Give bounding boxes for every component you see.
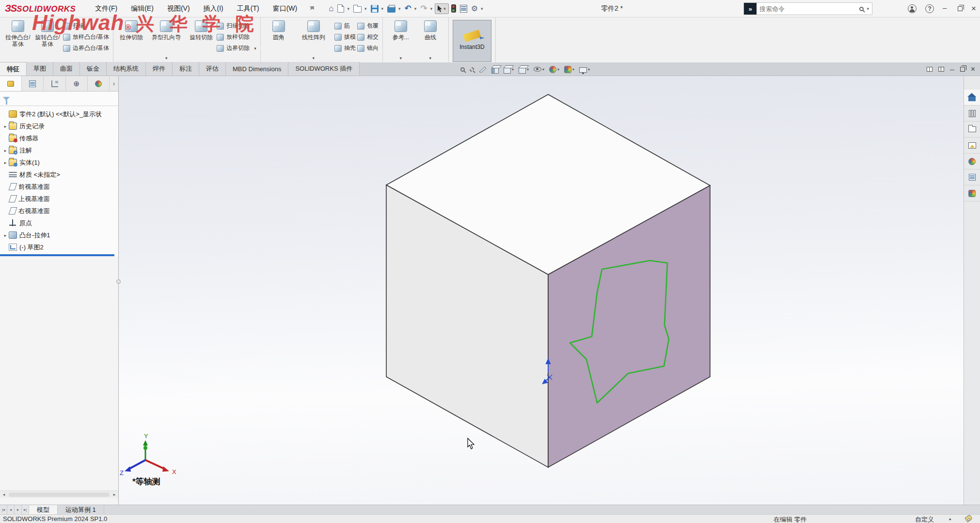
- new-caret-icon[interactable]: ▾: [347, 6, 349, 11]
- curves-caret-icon[interactable]: ▾: [429, 56, 432, 61]
- menu-window[interactable]: 窗口(W): [267, 2, 303, 15]
- tree-item-top-plane[interactable]: 上视基准面: [0, 193, 118, 205]
- featuremanager-tree-tab[interactable]: [0, 76, 22, 91]
- tab-solidworks-addins[interactable]: SOLIDWORKS 插件: [288, 62, 360, 76]
- view-orientation-icon[interactable]: ▾: [519, 65, 529, 74]
- tree-item-front-plane[interactable]: 前视基准面: [0, 181, 118, 193]
- design-library-icon[interactable]: [964, 106, 980, 122]
- rebuild-button[interactable]: [450, 3, 458, 14]
- swept-cut-button[interactable]: 扫描切除: [217, 22, 256, 30]
- tree-item-sensors[interactable]: 传感器: [0, 132, 118, 144]
- expand-arrow-icon[interactable]: ▸: [2, 233, 9, 238]
- tab-sketch[interactable]: 草图: [27, 62, 53, 76]
- swept-boss-button[interactable]: 扫描: [63, 22, 109, 30]
- scroll-right-icon[interactable]: ▸: [111, 492, 118, 497]
- panel-horizontal-scrollbar[interactable]: ◂ ▸: [0, 491, 118, 498]
- model-tab[interactable]: 模型: [29, 505, 58, 514]
- draft-button[interactable]: 拔模: [334, 33, 356, 41]
- tab-evaluate[interactable]: 评估: [199, 62, 226, 76]
- hole-wizard-caret-icon[interactable]: ▾: [165, 56, 168, 61]
- menu-view[interactable]: 视图(V): [161, 2, 196, 15]
- pane-split-icon[interactable]: [927, 67, 933, 72]
- configuration-manager-tab[interactable]: [44, 76, 65, 91]
- property-manager-tab[interactable]: [22, 76, 44, 91]
- tree-item-history[interactable]: ▸ 历史记录: [0, 120, 118, 132]
- dimxpert-manager-tab[interactable]: ⊕: [66, 76, 88, 91]
- sw-forum-icon[interactable]: [964, 185, 980, 201]
- lofted-cut-button[interactable]: 放样切除: [217, 33, 256, 41]
- lofted-boss-button[interactable]: 放样凸台/基体: [63, 33, 109, 41]
- boundary-boss-button[interactable]: 边界凸台/基体: [63, 44, 109, 52]
- undo-button[interactable]: ↶: [403, 2, 413, 15]
- display-style-icon[interactable]: ▾: [534, 67, 544, 72]
- reference-geometry-button[interactable]: 参考... ▾: [387, 19, 415, 41]
- boundary-cut-caret-icon[interactable]: ▾: [254, 46, 256, 51]
- tab-annotations[interactable]: 标注: [173, 62, 199, 76]
- tree-item-solid-bodies[interactable]: ▸ 实体(1): [0, 156, 118, 169]
- tree-item-material[interactable]: 材质 <未指定>: [0, 169, 118, 181]
- print-button[interactable]: [386, 3, 397, 14]
- rib-button[interactable]: 筋: [334, 22, 356, 30]
- instant3d-button[interactable]: Instant3D: [453, 20, 491, 62]
- scrollbar-track[interactable]: [9, 492, 110, 497]
- expand-arrow-icon[interactable]: ▸: [2, 160, 9, 165]
- save-caret-icon[interactable]: ▾: [381, 6, 384, 11]
- scroll-left-icon[interactable]: ◂: [0, 492, 8, 497]
- minimize-button[interactable]: –: [943, 6, 949, 12]
- apply-scene-icon[interactable]: ▾: [564, 66, 574, 73]
- menu-edit[interactable]: 编辑(E): [125, 2, 159, 15]
- select-caret-icon[interactable]: ▾: [443, 6, 446, 11]
- mirror-button[interactable]: 镜向: [357, 44, 379, 52]
- linear-pattern-caret-icon[interactable]: ▾: [313, 56, 315, 61]
- nav-next-icon[interactable]: ▸: [15, 505, 22, 514]
- nav-last-icon[interactable]: ▸|: [22, 505, 29, 514]
- select-tool-button[interactable]: ▾: [435, 3, 449, 14]
- hole-wizard-button[interactable]: 异型孔向导 ▾: [147, 19, 186, 41]
- save-button[interactable]: [369, 3, 380, 14]
- menu-file[interactable]: 文件(F): [89, 2, 123, 15]
- menu-tools[interactable]: 工具(T): [231, 2, 265, 15]
- command-search[interactable]: » ▾: [743, 2, 872, 15]
- view-settings-icon[interactable]: ▾: [579, 66, 590, 73]
- tree-filter[interactable]: [0, 92, 118, 106]
- tab-structure-system[interactable]: 结构系统: [107, 62, 146, 76]
- search-input[interactable]: [757, 5, 859, 13]
- view-selector-icon[interactable]: ▾: [504, 65, 514, 74]
- graphics-viewport[interactable]: Y X Z *等轴测: [119, 76, 964, 505]
- zoom-area-icon[interactable]: [470, 67, 474, 72]
- revolved-boss-button[interactable]: 旋转凸台/基体: [33, 19, 62, 48]
- print-caret-icon[interactable]: ▾: [398, 6, 401, 11]
- panel-expand-icon[interactable]: ›: [110, 76, 118, 91]
- tab-features[interactable]: 特征: [0, 62, 27, 76]
- section-view-icon[interactable]: [491, 65, 499, 74]
- motion-study-tab[interactable]: 运动算例 1: [58, 505, 104, 514]
- options-button[interactable]: ⚙: [470, 2, 479, 15]
- doc-close-icon[interactable]: ×: [971, 65, 975, 74]
- display-manager-tab[interactable]: [88, 76, 110, 91]
- tab-mbd-dimensions[interactable]: MBD Dimensions: [226, 62, 288, 76]
- extruded-cut-button[interactable]: 拉伸切除: [117, 19, 145, 41]
- doc-minimize-icon[interactable]: –: [950, 67, 954, 71]
- boundary-cut-button[interactable]: 边界切除▾: [217, 44, 256, 52]
- new-document-button[interactable]: [336, 3, 346, 14]
- pane-single-icon[interactable]: [938, 67, 944, 72]
- expand-arrow-icon[interactable]: ▸: [2, 124, 9, 129]
- tree-item-origin[interactable]: 原点: [0, 217, 118, 229]
- menu-insert[interactable]: 插入(I): [198, 2, 229, 15]
- doc-restore-icon[interactable]: [960, 67, 965, 72]
- linear-pattern-button[interactable]: 线性阵列 ▾: [294, 19, 333, 41]
- fillet-button[interactable]: 圆角: [265, 19, 293, 41]
- edit-appearance-icon[interactable]: ▾: [549, 66, 559, 73]
- appearances-scenes-icon[interactable]: [964, 154, 980, 169]
- extruded-boss-button[interactable]: 拉伸凸台/基体: [4, 19, 32, 48]
- intersect-button[interactable]: 相交: [357, 33, 379, 41]
- open-button[interactable]: [352, 3, 363, 14]
- zoom-fit-icon[interactable]: [460, 67, 465, 72]
- rollback-bar[interactable]: [0, 254, 114, 256]
- tag-icon[interactable]: [964, 514, 973, 522]
- tree-item-part[interactable]: 零件2 (默认) <<默认>_显示状: [0, 108, 118, 120]
- search-icon[interactable]: [859, 7, 864, 11]
- search-caret-icon[interactable]: ▾: [867, 6, 869, 11]
- evaluate-list-button[interactable]: [458, 3, 469, 14]
- open-caret-icon[interactable]: ▾: [364, 6, 367, 11]
